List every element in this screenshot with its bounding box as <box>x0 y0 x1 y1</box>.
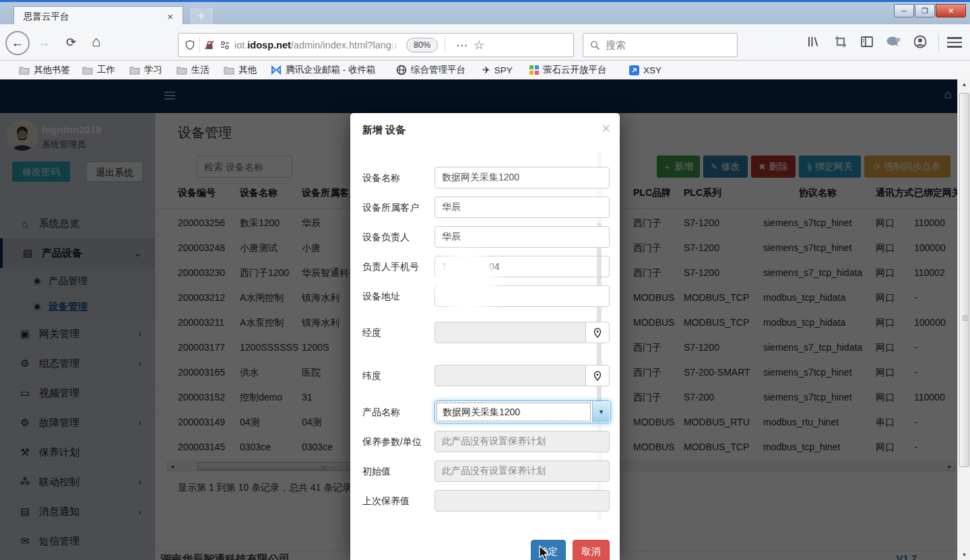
bookmark-folder[interactable]: 生活 <box>176 63 209 77</box>
map-pin-button[interactable] <box>585 365 610 386</box>
browser-navbar: ← → ⟳ ⌂ iot.idosp.net/admin/index.html?l… <box>0 24 970 61</box>
browser-tab[interactable]: 思普云平台 × <box>13 6 183 26</box>
tab-close-icon[interactable]: × <box>164 10 176 23</box>
window-minimize-button[interactable]: ─ <box>894 4 914 18</box>
reload-button[interactable]: ⟳ <box>66 35 76 50</box>
privacy-blur <box>435 250 497 314</box>
bookmark-star-icon[interactable]: ☆ <box>474 38 484 53</box>
field-label: 上次保养值 <box>362 490 434 512</box>
browser-titlebar: 思普云平台 × + ─ ❐ ✕ <box>0 0 970 24</box>
permissions-icon[interactable] <box>220 40 230 50</box>
chat-bubble-icon[interactable] <box>885 34 901 50</box>
library-icon[interactable] <box>806 34 822 50</box>
tab-title: 思普云平台 <box>24 11 164 23</box>
zoom-level-badge[interactable]: 80% <box>406 38 438 53</box>
browser-menu-icon[interactable] <box>947 37 962 50</box>
scroll-up-icon[interactable]: ▲ <box>959 81 969 88</box>
field-label: 经度 <box>362 322 434 343</box>
bookmark-item[interactable]: ✈SPY <box>482 63 513 77</box>
url-text[interactable]: iot.idosp.net/admin/index.html?langu <box>234 40 397 50</box>
initial-value-input <box>434 460 610 482</box>
forward-button[interactable]: → <box>38 36 50 50</box>
bookmark-folder[interactable]: 工作 <box>82 63 115 77</box>
field-label: 负责人手机号 <box>362 256 434 277</box>
browser-search-bar[interactable]: 搜索 <box>583 33 738 57</box>
account-icon[interactable] <box>913 34 929 50</box>
field-label: 初始值 <box>362 460 434 482</box>
bookmark-folder[interactable]: 学习 <box>129 63 162 77</box>
home-button[interactable]: ⌂ <box>92 33 100 50</box>
search-icon <box>590 40 600 50</box>
device-customer-input[interactable] <box>434 197 610 218</box>
field-label: 设备名称 <box>362 167 434 188</box>
screen: 思普云平台 × + ─ ❐ ✕ ← → ⟳ ⌂ iot.idosp.net/ad… <box>0 0 970 560</box>
maintain-param-input <box>434 431 610 452</box>
scrollbar-thumb[interactable] <box>959 93 969 467</box>
field-label: 设备地址 <box>362 285 434 307</box>
divider <box>445 38 445 53</box>
back-button[interactable]: ← <box>5 31 30 55</box>
tracking-shield-icon[interactable] <box>185 40 195 50</box>
modal-title: 新增 设备 <box>362 124 406 137</box>
bookmark-folder[interactable]: 其他 <box>224 63 257 77</box>
divider <box>199 38 200 53</box>
field-label: 设备负责人 <box>362 226 434 248</box>
vertical-scrollbar[interactable]: ▲ ▼ <box>957 79 970 560</box>
device-name-input[interactable] <box>434 167 610 188</box>
window-restore-button[interactable]: ❐ <box>915 4 935 18</box>
longitude-input <box>434 322 586 343</box>
map-pin-button[interactable] <box>585 322 610 343</box>
add-device-modal: 新增 设备 × 设备名称 设备所属客户 设备负责人 负责人手机号 1 04 设备… <box>350 113 620 560</box>
latitude-input <box>434 365 586 386</box>
bookmark-folder[interactable]: 其他书签 <box>19 63 70 77</box>
product-name-select[interactable]: 数据网关采集1200 ▼ <box>434 400 611 423</box>
bookmark-item[interactable]: 腾讯企业邮箱 - 收件箱 <box>271 63 376 77</box>
new-tab-button[interactable]: + <box>190 8 213 25</box>
mouse-cursor <box>539 545 551 560</box>
page-actions-icon[interactable]: ⋯ <box>456 38 468 53</box>
modal-close-icon[interactable]: × <box>602 120 610 137</box>
field-label: 纬度 <box>362 365 434 386</box>
bookmarks-bar: 其他书签 工作 学习 生活 其他 腾讯企业邮箱 - 收件箱 综合管理平台 ✈SP… <box>0 61 970 79</box>
bookmark-item[interactable]: XSY <box>629 63 661 77</box>
bookmark-item[interactable]: 萤石云开放平台 <box>529 63 607 77</box>
window-close-button[interactable]: ✕ <box>936 4 966 18</box>
screenshot-crop-icon[interactable] <box>833 34 849 50</box>
cancel-button[interactable]: 取消 <box>573 540 610 560</box>
scroll-down-icon[interactable]: ▼ <box>959 552 969 558</box>
divider <box>938 34 939 51</box>
chevron-down-icon[interactable]: ▼ <box>592 402 610 422</box>
bookmark-item[interactable]: 综合管理平台 <box>396 63 465 77</box>
sidebar-toggle-icon[interactable] <box>860 34 876 50</box>
search-placeholder: 搜索 <box>606 39 626 52</box>
field-label: 保养参数/单位 <box>362 431 434 452</box>
insecure-lock-icon[interactable] <box>204 40 215 50</box>
field-label: 设备所属客户 <box>362 197 434 218</box>
device-owner-input[interactable] <box>434 226 610 248</box>
field-label: 产品名称 <box>362 401 434 423</box>
url-bar[interactable]: iot.idosp.net/admin/index.html?langu 80%… <box>178 33 574 57</box>
last-maintain-input <box>434 490 610 512</box>
